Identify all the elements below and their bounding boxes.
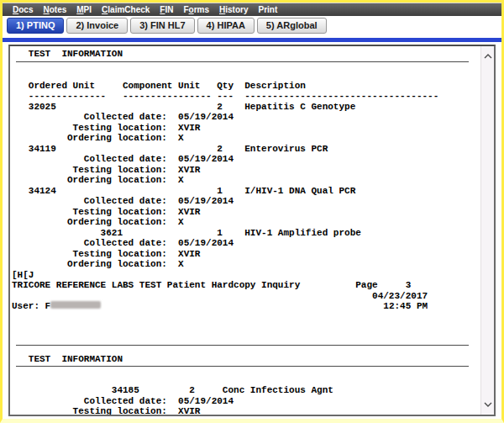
report-line	[12, 333, 481, 344]
tab-arglobal[interactable]: 5) ARglobal	[257, 18, 327, 34]
app-window: Docs Notes MPI ClaimCheck FIN Forms Hist…	[0, 0, 504, 423]
report-user-line: User: F 12:45 PM	[12, 301, 481, 312]
tab-ptinq[interactable]: 1) PTINQ	[7, 18, 64, 34]
report-line	[12, 312, 481, 323]
report-line: Collected date: 05/19/2014	[12, 196, 481, 207]
main-area: TEST INFORMATION Ordered Unit Component …	[3, 42, 501, 419]
report-line: Collected date: 05/19/2014	[12, 238, 481, 249]
report-line: Testing location: XVIR	[12, 207, 481, 218]
report-footer-date-line: 04/23/2017	[12, 291, 481, 302]
section-divider	[12, 364, 481, 375]
report-line: [H[J	[12, 270, 481, 281]
tab-invoice[interactable]: 2) Invoice	[66, 18, 128, 34]
report-line: 34185 2 Conc Infectious Agnt	[12, 385, 481, 396]
scroll-down-button[interactable]	[481, 399, 494, 410]
report-line	[12, 70, 481, 81]
menu-item-print[interactable]: Print	[253, 5, 282, 14]
menu-item-history[interactable]: History	[214, 5, 253, 14]
scroll-up-button[interactable]	[481, 50, 494, 62]
report-line: -------------- ---------------- --- ----…	[12, 91, 481, 102]
report-line	[12, 375, 481, 386]
report-line: Testing location: XVIR	[12, 123, 481, 134]
vertical-scrollbar[interactable]	[480, 46, 494, 415]
report-section-title: TEST INFORMATION	[12, 354, 481, 365]
chevron-up-icon	[484, 54, 492, 59]
report-footer-title-line: TRICORE REFERENCE LABS TEST Patient Hard…	[12, 280, 481, 291]
report-line: Ordering location: X	[12, 133, 481, 144]
report-line: Collected date: 05/19/2014	[12, 154, 481, 165]
footer-time: 12:45 PM	[101, 301, 428, 311]
tab-bar: 1) PTINQ 2) Invoice 3) FIN HL7 4) HIPAA …	[3, 16, 501, 38]
menu-item-notes[interactable]: Notes	[38, 5, 71, 14]
report-line: Testing location: XVIR	[12, 406, 481, 415]
report-line: 34119 2 Enterovirus PCR	[12, 144, 481, 155]
menu-bar: Docs Notes MPI ClaimCheck FIN Forms Hist…	[3, 3, 501, 16]
report-viewport[interactable]: TEST INFORMATION Ordered Unit Component …	[8, 45, 496, 416]
menu-item-mpi[interactable]: MPI	[71, 5, 97, 14]
menu-item-forms[interactable]: Forms	[178, 5, 214, 14]
report-line: Ordering location: X	[12, 217, 481, 228]
menu-item-claimcheck[interactable]: ClaimCheck	[97, 5, 155, 14]
report-line: 3621 1 HIV-1 Amplified probe	[12, 228, 481, 239]
report-column-headers: Ordered Unit Component Unit Qty Descript…	[12, 81, 481, 92]
report-line: 32025 2 Hepatitis C Genotype	[12, 102, 481, 113]
report-text: TEST INFORMATION Ordered Unit Component …	[10, 46, 481, 415]
user-redaction	[50, 301, 100, 309]
report-line: Ordering location: X	[12, 175, 481, 186]
section-divider	[12, 60, 481, 71]
user-label: User: F	[12, 301, 50, 311]
report-line: Ordering location: X	[12, 259, 481, 270]
report-line: Testing location: XVIR	[12, 165, 481, 176]
menu-item-fin[interactable]: FIN	[155, 5, 178, 14]
report-section-title: TEST INFORMATION	[12, 49, 481, 60]
tab-hipaa[interactable]: 4) HIPAA	[197, 18, 255, 34]
menu-item-docs[interactable]: Docs	[8, 5, 38, 14]
report-line: Collected date: 05/19/2014	[12, 112, 481, 123]
report-line	[12, 322, 481, 333]
tab-fin-hl7[interactable]: 3) FIN HL7	[130, 18, 194, 34]
report-line: Collected date: 05/19/2014	[12, 396, 481, 407]
chevron-down-icon	[484, 402, 492, 407]
report-line: Testing location: XVIR	[12, 249, 481, 260]
report-line: 34124 1 I/HIV-1 DNA Qual PCR	[12, 186, 481, 197]
section-divider	[12, 343, 481, 354]
